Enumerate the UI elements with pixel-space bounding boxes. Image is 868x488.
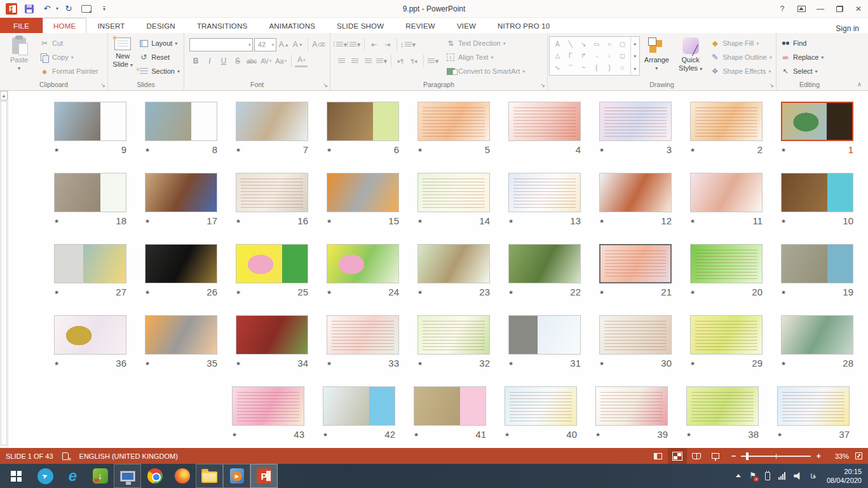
taskbar-telegram-icon[interactable] — [32, 464, 59, 488]
taskbar-file-explorer-icon[interactable] — [196, 464, 223, 488]
animation-star-icon[interactable]: ★ — [781, 147, 786, 153]
drawing-dialog-launcher[interactable]: ↘ — [769, 83, 774, 88]
line-spacing-button[interactable]: ↕▾ — [400, 38, 416, 51]
animation-star-icon[interactable]: ★ — [327, 218, 332, 224]
taskbar-powerpoint-icon[interactable]: P — [250, 464, 278, 488]
proofing-error-icon[interactable] — [62, 452, 71, 460]
slide-thumbnail-17[interactable] — [145, 173, 217, 212]
shape-rounded-rectangle-icon[interactable]: ▢ — [616, 38, 628, 50]
shape-isosceles-triangle-icon[interactable]: △ — [551, 50, 564, 62]
scroll-up-arrow-icon[interactable]: ▲ — [0, 91, 8, 100]
animation-star-icon[interactable]: ★ — [781, 289, 786, 295]
zoom-in-button[interactable]: + — [816, 451, 821, 461]
scrollbar-thumb[interactable] — [1, 101, 7, 445]
shape-down-arrow-icon[interactable]: ↓ — [603, 50, 616, 62]
animation-star-icon[interactable]: ★ — [599, 218, 604, 224]
decrease-font-size-button[interactable]: A▼ — [292, 38, 304, 51]
find-button[interactable]: Find — [778, 36, 826, 50]
animation-star-icon[interactable]: ★ — [690, 360, 695, 367]
powerpoint-logo-icon[interactable]: P — [4, 2, 19, 16]
slide-thumbnail-35[interactable] — [145, 315, 217, 355]
zoom-slider[interactable] — [741, 456, 811, 457]
animation-star-icon[interactable]: ★ — [327, 360, 332, 367]
slide-thumbnail-26[interactable] — [145, 244, 217, 283]
shape-elbow-connector-icon[interactable]: Γ — [564, 50, 576, 62]
right-to-left-button[interactable]: ¶◂ — [408, 55, 420, 67]
slide-thumbnail-2[interactable] — [690, 102, 763, 141]
font-dialog-launcher[interactable]: ↘ — [323, 83, 328, 88]
slide-show-button[interactable] — [706, 448, 725, 464]
animation-star-icon[interactable]: ★ — [54, 218, 59, 224]
taskbar-media-player-icon[interactable] — [223, 464, 250, 488]
slide-thumbnail-11[interactable] — [690, 173, 763, 212]
slide-thumbnail-16[interactable] — [236, 173, 308, 212]
replace-button[interactable]: Replace▾ — [778, 50, 826, 64]
tab-home[interactable]: HOME — [43, 18, 86, 33]
slide-thumbnail-4[interactable] — [508, 102, 581, 141]
animation-star-icon[interactable]: ★ — [327, 289, 332, 295]
animation-star-icon[interactable]: ★ — [595, 431, 600, 438]
animation-star-icon[interactable]: ★ — [417, 360, 423, 367]
align-left-button[interactable] — [336, 55, 348, 67]
slide-thumbnail-25[interactable] — [236, 244, 308, 283]
slide-thumbnail-5[interactable] — [417, 102, 490, 141]
animation-star-icon[interactable]: ★ — [686, 431, 691, 438]
minimize-button[interactable]: — — [811, 0, 830, 17]
slide-thumbnail-19[interactable] — [781, 244, 853, 283]
slide-thumbnail-9[interactable] — [54, 102, 126, 141]
slide-thumbnail-23[interactable] — [417, 244, 490, 283]
shape-scribble-icon[interactable]: ∿ — [551, 62, 564, 74]
clipboard-dialog-launcher[interactable]: ↘ — [100, 83, 105, 88]
shape-snip-corner-rectangle-icon[interactable]: ◻ — [616, 50, 628, 62]
animation-star-icon[interactable]: ★ — [690, 218, 695, 224]
slide-thumbnail-20[interactable] — [690, 244, 763, 283]
quick-styles-button[interactable]: Quick Styles ▾ — [674, 35, 707, 79]
animation-star-icon[interactable]: ★ — [145, 218, 150, 224]
slide-sorter-view-button[interactable] — [668, 448, 687, 464]
tab-animations[interactable]: ANIMATIONS — [258, 18, 326, 33]
slide-thumbnail-21[interactable] — [599, 244, 672, 283]
align-right-button[interactable] — [362, 55, 374, 67]
increase-font-size-button[interactable]: A▲ — [278, 38, 290, 51]
undo-button[interactable]: ↶ — [39, 2, 55, 16]
slide-thumbnail-41[interactable] — [414, 386, 486, 426]
slide-thumbnail-24[interactable] — [327, 244, 399, 283]
start-button[interactable] — [0, 464, 32, 488]
animation-star-icon[interactable]: ★ — [508, 360, 513, 367]
shape-curve-icon[interactable]: ~ — [577, 62, 590, 74]
section-button[interactable]: Section▾ — [136, 64, 182, 78]
animation-star-icon[interactable]: ★ — [54, 147, 59, 153]
shape-rectangle-icon[interactable]: ▭ — [590, 38, 602, 50]
slide-thumbnail-40[interactable] — [505, 386, 577, 426]
animation-star-icon[interactable]: ★ — [599, 147, 604, 153]
bullets-button[interactable]: ▾ — [336, 38, 348, 51]
text-direction-button[interactable]: Text Direction▾ — [443, 36, 527, 50]
volume-icon[interactable] — [794, 472, 802, 480]
slide-thumbnail-6[interactable] — [327, 102, 399, 141]
customize-qat-button[interactable]: ▾ — [97, 2, 112, 16]
normal-view-button[interactable] — [649, 448, 668, 464]
taskbar-on-screen-keyboard-icon[interactable] — [114, 464, 141, 488]
slide-thumbnail-28[interactable] — [781, 315, 853, 355]
tab-review[interactable]: REVIEW — [395, 18, 446, 33]
animation-star-icon[interactable]: ★ — [599, 289, 604, 295]
slide-thumbnail-33[interactable] — [327, 315, 399, 355]
shape-star-icon[interactable]: ☆ — [616, 62, 628, 74]
hidden-icons-button[interactable] — [736, 471, 741, 477]
bold-button[interactable]: B — [189, 55, 202, 67]
shape-arrow-icon[interactable]: ↘ — [577, 38, 590, 50]
undo-dropdown-icon[interactable]: ▾ — [56, 6, 58, 11]
shapes-more-icon[interactable]: ▼ — [631, 62, 639, 75]
animation-star-icon[interactable]: ★ — [145, 360, 150, 367]
shape-effects-button[interactable]: Shape Effects▾ — [707, 64, 775, 78]
slide-thumbnail-43[interactable] — [232, 386, 304, 426]
collapse-ribbon-button[interactable]: ∧ — [857, 81, 862, 88]
change-case-button[interactable]: Aa▾ — [274, 55, 288, 67]
shape-line-icon[interactable]: ╲ — [564, 38, 576, 50]
slide-thumbnail-8[interactable] — [145, 102, 217, 141]
network-icon[interactable] — [778, 472, 785, 480]
shape-outline-button[interactable]: Shape Outline▾ — [707, 50, 775, 64]
zoom-slider-thumb[interactable] — [746, 452, 749, 460]
slide-thumbnail-27[interactable] — [54, 244, 126, 283]
shape-right-arrow-icon[interactable]: → — [590, 50, 602, 62]
